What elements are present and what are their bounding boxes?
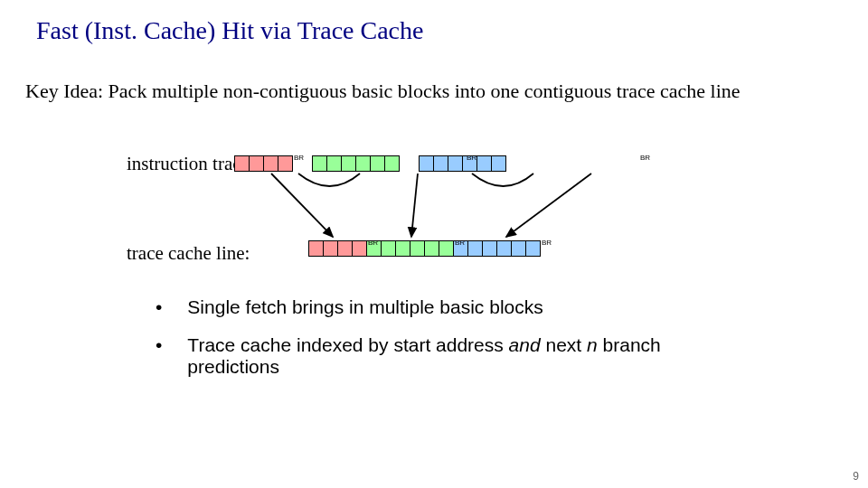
br-label-icon: BR	[467, 155, 476, 162]
bullet-list: • Single fetch brings in multiple basic …	[156, 296, 734, 394]
key-idea-text: Key Idea: Pack multiple non-contiguous b…	[25, 78, 785, 105]
svg-line-1	[411, 174, 418, 237]
br-label-icon: BR	[368, 239, 378, 247]
trace-cache-line-row	[309, 240, 541, 257]
bullet-icon: •	[156, 334, 162, 378]
instruction-trace-row	[235, 155, 506, 172]
br-label-icon: BR	[455, 239, 465, 247]
br-label-icon: BR	[542, 239, 552, 247]
trace-cache-line-label: trace cache line:	[127, 242, 250, 265]
svg-line-2	[506, 174, 591, 237]
bullet-text-1: Single fetch brings in multiple basic bl…	[187, 296, 542, 318]
list-item: • Trace cache indexed by start address a…	[156, 334, 734, 378]
bullet-icon: •	[156, 296, 162, 318]
br-label-icon: BR	[640, 155, 650, 162]
list-item: • Single fetch brings in multiple basic …	[156, 296, 734, 318]
page-number: 9	[853, 470, 859, 483]
br-label-icon: BR	[294, 155, 304, 162]
page-title: Fast (Inst. Cache) Hit via Trace Cache	[36, 16, 423, 45]
bullet-text-2: Trace cache indexed by start address and…	[187, 334, 734, 378]
svg-line-0	[271, 174, 333, 237]
